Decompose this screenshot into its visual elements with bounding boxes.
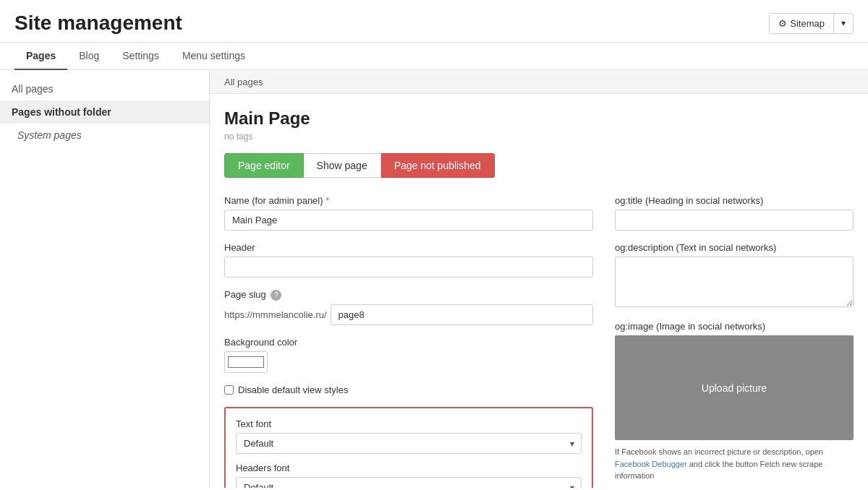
name-required: * bbox=[326, 195, 329, 206]
disable-styles-checkbox[interactable] bbox=[224, 385, 234, 395]
header-group: Header bbox=[224, 242, 593, 278]
action-buttons: Page editor Show page Page not published bbox=[224, 153, 854, 178]
tab-blog[interactable]: Blog bbox=[67, 43, 111, 70]
tab-pages[interactable]: Pages bbox=[14, 43, 67, 70]
slug-group: Page slug ? https://mmmelancolie.ru/ bbox=[224, 289, 593, 325]
disable-styles-label[interactable]: Disable default view styles bbox=[238, 384, 348, 395]
slug-help-icon[interactable]: ? bbox=[271, 290, 281, 301]
tab-settings[interactable]: Settings bbox=[111, 43, 171, 70]
name-label: Name (for admin panel) * bbox=[224, 195, 593, 206]
sidebar: All pages Pages without folder System pa… bbox=[0, 70, 210, 488]
show-page-button[interactable]: Show page bbox=[304, 153, 381, 178]
page-editor-button[interactable]: Page editor bbox=[224, 153, 304, 178]
name-group: Name (for admin panel) * bbox=[224, 195, 593, 231]
og-description-group: og:description (Text in social networks) bbox=[615, 242, 854, 309]
og-image-upload-area[interactable]: Upload picture bbox=[615, 335, 854, 440]
text-font-group: Text font Default Arial Georgia Helvetic… bbox=[236, 418, 582, 454]
header-label: Header bbox=[224, 242, 593, 253]
breadcrumb: All pages bbox=[210, 70, 868, 94]
page-title: Site management bbox=[14, 12, 182, 35]
headers-font-select[interactable]: Default Arial Georgia Helvetica Times Ne… bbox=[236, 477, 582, 488]
bg-color-group: Background color bbox=[224, 337, 593, 373]
gear-icon bbox=[778, 18, 790, 29]
form-right: og:title (Heading in social networks) og… bbox=[615, 195, 854, 488]
og-description-input[interactable] bbox=[615, 257, 854, 307]
fb-debugger-link[interactable]: Facebook Debugger bbox=[615, 460, 687, 468]
og-description-label: og:description (Text in social networks) bbox=[615, 242, 854, 253]
form-columns: Name (for admin panel) * Header Page slu bbox=[224, 195, 854, 488]
slug-row: https://mmmelancolie.ru/ bbox=[224, 304, 593, 325]
name-input[interactable] bbox=[224, 210, 593, 231]
og-title-label: og:title (Heading in social networks) bbox=[615, 195, 854, 206]
font-box: Text font Default Arial Georgia Helvetic… bbox=[224, 407, 593, 488]
header-input[interactable] bbox=[224, 257, 593, 278]
og-title-input[interactable] bbox=[615, 210, 854, 231]
main-layout: All pages Pages without folder System pa… bbox=[0, 70, 868, 488]
og-title-group: og:title (Heading in social networks) bbox=[615, 195, 854, 231]
sitemap-button-main[interactable]: Sitemap bbox=[770, 14, 834, 33]
fb-hint: If Facebook shows an incorrect picture o… bbox=[615, 446, 854, 482]
text-font-select[interactable]: Default Arial Georgia Helvetica Times Ne… bbox=[236, 433, 582, 454]
page-status-button[interactable]: Page not published bbox=[381, 153, 495, 178]
breadcrumb-link[interactable]: All pages bbox=[224, 77, 263, 87]
headers-font-label: Headers font bbox=[236, 463, 582, 473]
page-content-title: Main Page bbox=[224, 108, 854, 129]
slug-input[interactable] bbox=[331, 304, 593, 325]
form-left: Name (for admin panel) * Header Page slu bbox=[224, 195, 593, 488]
headers-font-group: Headers font Default Arial Georgia Helve… bbox=[236, 463, 582, 488]
bg-color-input[interactable] bbox=[224, 351, 268, 373]
bg-color-label: Background color bbox=[224, 337, 593, 348]
sitemap-button-caret[interactable]: ▾ bbox=[834, 14, 853, 33]
sidebar-item-all-pages[interactable]: All pages bbox=[0, 77, 209, 100]
page-content: Main Page no tags Page editor Show page … bbox=[210, 94, 868, 488]
content-area: All pages Main Page no tags Page editor … bbox=[210, 70, 868, 488]
sitemap-dropdown[interactable]: Sitemap ▾ bbox=[769, 13, 854, 34]
text-font-select-wrapper: Default Arial Georgia Helvetica Times Ne… bbox=[236, 433, 582, 454]
top-nav: Pages Blog Settings Menu settings bbox=[0, 43, 868, 70]
disable-styles-row: Disable default view styles bbox=[224, 384, 593, 395]
slug-prefix: https://mmmelancolie.ru/ bbox=[224, 309, 327, 320]
slug-label: Page slug ? bbox=[224, 289, 593, 301]
text-font-label: Text font bbox=[236, 418, 582, 429]
og-image-upload-label: Upload picture bbox=[702, 382, 767, 394]
og-image-group: og:image (Image in social networks) Uplo… bbox=[615, 321, 854, 482]
headers-font-select-wrapper: Default Arial Georgia Helvetica Times Ne… bbox=[236, 477, 582, 488]
sidebar-item-pages-without-folder[interactable]: Pages without folder bbox=[0, 100, 209, 124]
page-tags: no tags bbox=[224, 132, 854, 142]
tab-menu-settings[interactable]: Menu settings bbox=[171, 43, 257, 70]
og-image-label: og:image (Image in social networks) bbox=[615, 321, 854, 332]
sidebar-item-system-pages[interactable]: System pages bbox=[0, 124, 209, 147]
